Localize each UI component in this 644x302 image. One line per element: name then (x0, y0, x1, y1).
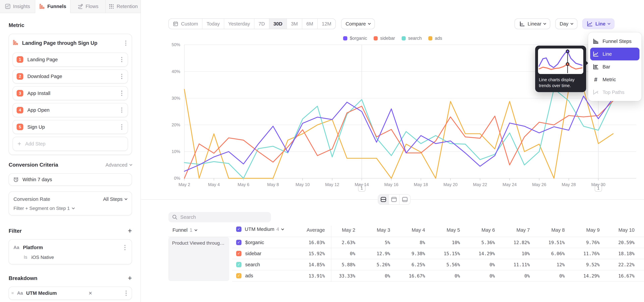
column-header[interactable]: May 3 (377, 227, 390, 233)
funnel-step[interactable]: 1Landing Page (12, 52, 128, 66)
checkbox-checked[interactable]: ✓ (236, 226, 242, 232)
series-name: sidebar (245, 251, 261, 256)
tab-funnels[interactable]: Funnels (35, 0, 70, 13)
menu-item-line[interactable]: Line (590, 48, 640, 60)
kebab-icon[interactable] (120, 106, 124, 114)
kebab-icon[interactable] (123, 244, 127, 251)
range-today[interactable]: Today (202, 19, 224, 29)
x-axis-label: May 18 (414, 182, 428, 187)
range-custom[interactable]: Custom (169, 19, 202, 29)
legend-item[interactable]: ads (428, 36, 442, 41)
kebab-icon[interactable] (120, 123, 124, 131)
legend-label: search (408, 36, 422, 41)
column-header[interactable]: Average (306, 227, 325, 233)
y-axis-label: 10% (172, 149, 180, 154)
cell-value: 5% (385, 240, 390, 245)
table-row: ✓sidebar15.92%0%12.9%9.38%15.15%14.29%10… (232, 248, 644, 259)
tab-retention[interactable]: Retention (106, 0, 140, 13)
funnel-step[interactable]: 4App Open (12, 103, 128, 117)
legend-item[interactable]: $organic (343, 36, 367, 41)
tab-insights[interactable]: Insights (0, 0, 35, 13)
compare-button[interactable]: Compare (341, 18, 375, 29)
table-only-view-toggle[interactable] (400, 194, 410, 204)
interval-dropdown[interactable]: Day (555, 18, 578, 29)
checkbox-checked[interactable]: ✓ (236, 262, 242, 267)
y-axis-label: 20% (172, 122, 180, 127)
checkbox-checked[interactable]: ✓ (236, 251, 242, 256)
legend-item[interactable]: sidebar (374, 36, 395, 41)
remove-breakdown-icon[interactable]: × (89, 290, 92, 296)
legend-item[interactable]: search (402, 36, 422, 41)
column-header[interactable]: May 4 (412, 227, 425, 233)
range-12m[interactable]: 12M (318, 19, 336, 29)
string-type-icon: Aa (14, 245, 19, 250)
breakdown-column-dropdown[interactable]: ✓ UTM Medium4 (236, 226, 284, 232)
range-7d[interactable]: 7D (254, 19, 269, 29)
column-header[interactable]: May 8 (551, 227, 565, 233)
legend-label: sidebar (380, 36, 395, 41)
column-header[interactable]: May 2 (342, 227, 355, 233)
x-axis-label: May 12 (325, 182, 339, 187)
scale-dropdown[interactable]: Linear (514, 18, 550, 29)
checkbox-checked[interactable]: ✓ (236, 273, 242, 278)
add-breakdown-button[interactable]: + (128, 275, 132, 282)
x-axis-label: May 16 (384, 182, 398, 187)
funnel-steps-list: 1Landing Page2Download Page3App Install4… (12, 52, 128, 134)
metric-icon: # (593, 77, 599, 82)
range-30d[interactable]: 30D (269, 19, 287, 29)
column-header[interactable]: May 6 (482, 227, 495, 233)
conversion-window-button[interactable]: Within 7 days (8, 173, 132, 186)
breakdown-property-name[interactable]: UTM Medium (26, 290, 57, 296)
add-step-label: Add Step (25, 141, 46, 147)
legend-label: ads (435, 36, 442, 41)
chart-type-dropdown[interactable]: Line (582, 18, 614, 29)
kebab-icon[interactable] (120, 73, 124, 80)
search-input[interactable] (180, 214, 267, 220)
range-6m[interactable]: 6M (302, 19, 318, 29)
funnel-step[interactable]: 5Sign Up (12, 120, 128, 134)
column-header[interactable]: May 9 (586, 227, 600, 233)
kebab-icon[interactable] (120, 90, 124, 97)
menu-item-bar[interactable]: Bar (588, 60, 642, 73)
add-filter-button[interactable]: + (128, 227, 132, 234)
column-header[interactable]: May 10 (618, 227, 634, 233)
filter-value[interactable]: iOS Native (31, 255, 54, 260)
split-view-toggle[interactable] (378, 194, 389, 204)
sidebar-content: Metric Landing Page through Sign Up 1Lan… (0, 22, 140, 300)
chart-legend: $organicsidebarsearchads (141, 36, 644, 41)
kebab-icon[interactable] (124, 290, 128, 297)
menu-item-metric[interactable]: #Metric (588, 73, 642, 86)
drag-handle-icon[interactable]: ≡ (12, 291, 14, 296)
funnel-step[interactable]: 3App Install (12, 86, 128, 100)
cell-value: 11.76% (583, 251, 600, 256)
filter-property-name[interactable]: Platform (23, 244, 43, 250)
table-row: ✓$organic16.03%2.63%5%8%10%5.36%12.82%19… (232, 237, 644, 248)
column-header[interactable]: May 7 (516, 227, 530, 233)
chevron-down-icon (281, 227, 284, 230)
step-number-badge: 2 (16, 73, 23, 80)
x-axis-label: May 20 (444, 182, 458, 187)
kebab-icon[interactable] (124, 39, 128, 47)
tab-flows[interactable]: Flows (70, 0, 106, 13)
funnel-step[interactable]: 2Download Page (12, 70, 128, 84)
cell-value: 0% (454, 273, 460, 278)
column-header[interactable]: May 5 (446, 227, 460, 233)
checkbox-checked[interactable]: ✓ (236, 240, 242, 245)
all-steps-dropdown[interactable]: All Steps (103, 196, 127, 202)
cell-value: 12.82% (514, 240, 530, 245)
add-step-button[interactable]: + Add Step (12, 137, 128, 151)
x-axis-label: May 14 (355, 182, 369, 187)
range-yesterday[interactable]: Yesterday (224, 19, 254, 29)
flows-icon (77, 4, 83, 9)
legend-swatch (374, 36, 378, 40)
metric-card-header[interactable]: Landing Page through Sign Up (12, 38, 128, 48)
filter-operator[interactable]: Is (24, 255, 27, 260)
chart-only-view-toggle[interactable] (389, 194, 400, 204)
range-3m[interactable]: 3M (287, 19, 302, 29)
kebab-icon[interactable] (120, 56, 124, 63)
funnel-column-dropdown[interactable]: Funnel1 (172, 227, 197, 233)
cell-value: 14.29% (583, 273, 600, 278)
advanced-dropdown[interactable]: Advanced (106, 162, 132, 168)
filter-segment-dropdown[interactable]: Filter + Segment on Step 1 (14, 206, 127, 211)
menu-item-funnel-steps[interactable]: Funnel Steps (588, 35, 642, 48)
